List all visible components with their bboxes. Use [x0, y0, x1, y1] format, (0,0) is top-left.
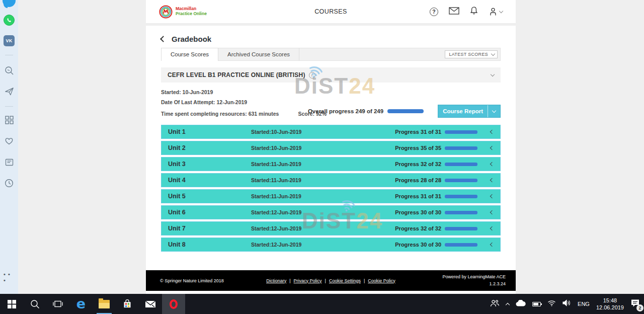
unit-row[interactable]: Unit 8 Started:12-Jun-2019 Progress 30 o…: [161, 238, 501, 252]
unit-progress-bar: [445, 211, 477, 214]
taskbar-date: 12.06.2019: [596, 304, 624, 311]
language-indicator[interactable]: ENG: [578, 301, 590, 307]
send-icon[interactable]: [4, 86, 15, 97]
link-dictionary[interactable]: Dictionary: [266, 278, 286, 283]
macmillan-logo[interactable]: Macmillan Practice Online: [159, 5, 207, 19]
unit-row[interactable]: Unit 7 Started:12-Jun-2019 Progress 32 o…: [161, 221, 501, 236]
version: 1.2.3.24: [442, 281, 506, 288]
clock[interactable]: 15:48 12.06.2019: [596, 297, 624, 311]
chevron-left-icon[interactable]: [490, 226, 494, 230]
course-accordion-header[interactable]: CEFR LEVEL B1 PRACTICE ONLINE (BRITISH) …: [161, 67, 501, 83]
unit-row[interactable]: Unit 2 Started:10-Jun-2019 Progress 35 o…: [161, 141, 501, 155]
link-separator: |: [364, 278, 365, 283]
unit-started: Started:12-Jun-2019: [251, 242, 395, 248]
chevron-left-icon[interactable]: [490, 194, 494, 198]
unit-name: Unit 3: [168, 161, 251, 168]
link-privacy-policy[interactable]: Privacy Policy: [294, 278, 322, 283]
unit-progress-bar: [445, 146, 477, 150]
messenger-sidebar: VK • • •: [0, 0, 18, 294]
chevron-down-icon: [491, 51, 495, 55]
unit-started: Started:12-Jun-2019: [251, 225, 395, 231]
user-icon: [489, 7, 498, 16]
unit-progress-label: Progress 28 of 28: [395, 177, 441, 183]
latest-scores-label: LATEST SCORES: [449, 52, 488, 57]
task-view-icon[interactable]: [46, 294, 69, 314]
unit-row[interactable]: Unit 4 Started:11-Jun-2019 Progress 28 o…: [161, 173, 501, 187]
unit-row[interactable]: Unit 3 Started:11-Jun-2019 Progress 32 o…: [161, 157, 501, 171]
unit-progress-label: Progress 32 of 32: [395, 161, 441, 167]
battery-icon[interactable]: [532, 302, 541, 306]
help-icon[interactable]: ?: [430, 8, 438, 16]
wifi-icon[interactable]: [547, 299, 556, 308]
edge-icon[interactable]: e: [69, 294, 93, 314]
unit-progress-bar: [445, 179, 477, 182]
recent-clock-icon[interactable]: [4, 178, 15, 189]
chevron-down-icon[interactable]: [491, 72, 495, 76]
course-title: CEFR LEVEL B1 PRACTICE ONLINE (BRITISH): [168, 71, 305, 78]
unit-name: Unit 5: [168, 193, 251, 200]
notifications-bell-icon[interactable]: [470, 6, 478, 17]
taskbar-search-icon[interactable]: [23, 294, 46, 314]
nav-courses[interactable]: COURSES: [314, 8, 347, 15]
tab-bar: Course Scores Archived Course Scores LAT…: [161, 48, 501, 61]
unit-row[interactable]: Unit 5 Started:11-Jun-2019 Progress 31 o…: [161, 189, 501, 203]
app-header: Macmillan Practice Online COURSES ?: [146, 0, 516, 24]
chevron-left-icon[interactable]: [490, 243, 494, 247]
vk-icon[interactable]: VK: [4, 35, 15, 46]
chevron-left-icon[interactable]: [490, 210, 494, 214]
mail-app-icon[interactable]: [139, 294, 162, 314]
action-center-icon[interactable]: 2: [630, 299, 640, 309]
people-icon[interactable]: [490, 299, 500, 309]
start-button[interactable]: [0, 294, 23, 314]
volume-icon[interactable]: [562, 299, 571, 308]
gradebook-page: Gradebook Course Scores Archived Course …: [146, 26, 516, 294]
course-details: Started: 10-Jun-2019 Date Of Last Attemp…: [161, 83, 501, 122]
powered-by: Powered by LearningMate ACE: [442, 274, 506, 281]
file-explorer-icon[interactable]: [93, 294, 116, 314]
course-report-button[interactable]: Course Report: [438, 105, 501, 118]
unit-name: Unit 2: [168, 144, 251, 151]
unit-started: Started:11-Jun-2019: [251, 161, 395, 167]
favorites-heart-icon[interactable]: [4, 135, 15, 146]
chevron-left-icon[interactable]: [490, 130, 494, 134]
search-icon[interactable]: [4, 65, 15, 76]
overall-progress-label: Overall progress 249 of 249: [308, 108, 383, 114]
link-cookie-policy[interactable]: Cookie Policy: [368, 278, 395, 283]
chevron-down-icon: [499, 9, 503, 13]
mail-icon[interactable]: [449, 7, 459, 17]
unit-name: Unit 6: [168, 209, 251, 216]
unit-progress-label: Progress 31 of 31: [395, 129, 441, 135]
account-menu[interactable]: [489, 7, 503, 16]
tab-course-scores[interactable]: Course Scores: [161, 48, 218, 61]
chat-bubble-icon[interactable]: [3, 0, 16, 7]
unit-row[interactable]: Unit 6 Started:12-Jun-2019 Progress 30 o…: [161, 205, 501, 219]
more-options-icon[interactable]: • • •: [4, 272, 15, 283]
opera-icon[interactable]: [162, 294, 185, 314]
microsoft-store-icon[interactable]: [116, 294, 139, 314]
unit-started: Started:12-Jun-2019: [251, 209, 395, 215]
overall-progress-bar: [387, 109, 424, 113]
course-started: Started: 10-Jun-2019: [161, 89, 501, 95]
chevron-left-icon[interactable]: [490, 146, 494, 150]
copyright: © Springer Nature Limited 2018: [160, 278, 224, 283]
macmillan-logo-mark: [159, 5, 173, 19]
unit-progress-bar: [445, 227, 477, 230]
show-hidden-icons-chevron[interactable]: [506, 302, 510, 306]
apps-grid-icon[interactable]: [4, 114, 15, 125]
chevron-left-icon[interactable]: [490, 162, 494, 166]
unit-row[interactable]: Unit 1 Started:10-Jun-2019 Progress 31 o…: [161, 125, 501, 139]
unit-name: Unit 4: [168, 177, 251, 184]
latest-scores-dropdown[interactable]: LATEST SCORES: [445, 50, 498, 58]
button-divider: [488, 105, 488, 117]
unit-progress-bar: [445, 130, 477, 134]
onedrive-cloud-icon[interactable]: [516, 299, 526, 308]
chevron-left-icon[interactable]: [490, 178, 494, 182]
unit-progress-label: Progress 31 of 31: [395, 193, 441, 199]
back-button[interactable]: [160, 36, 167, 42]
info-icon[interactable]: i: [309, 72, 315, 78]
news-feed-icon[interactable]: [4, 156, 15, 168]
whatsapp-icon[interactable]: [4, 15, 15, 26]
tab-archived-course-scores[interactable]: Archived Course Scores: [218, 48, 299, 60]
link-cookie-settings[interactable]: Cookie Settings: [329, 278, 361, 283]
notification-badge: 2: [636, 304, 643, 311]
